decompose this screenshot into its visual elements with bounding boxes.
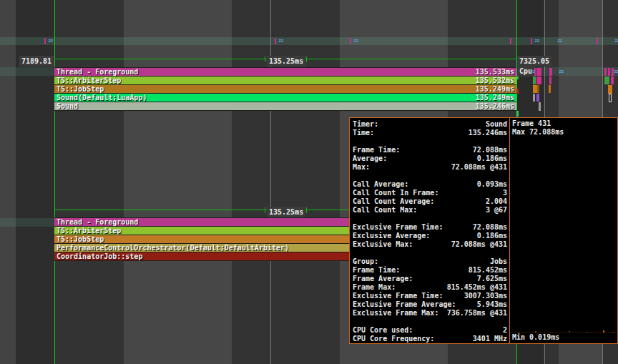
tooltip-detail-panel: Timer:SoundTime:135.246msFrame Time:72.0… xyxy=(350,118,509,343)
timeline-fragment[interactable] xyxy=(608,85,612,94)
tooltip-row: Exclusive Max:72.088ms @431 xyxy=(350,240,509,249)
sleep-tick-icon xyxy=(597,38,598,44)
sleep-zz-icon: zz xyxy=(557,39,561,44)
timeline-bar[interactable]: Sound(Default;LuaApp)135.249ms xyxy=(54,94,516,102)
sleep-zz-icon: zz xyxy=(353,39,358,44)
timeline-fragment[interactable] xyxy=(611,77,614,84)
tooltip-row: Call Average:0.093ms xyxy=(350,180,509,189)
tooltip-row-label: Timer: xyxy=(353,120,378,129)
tooltip-row-value: 72.088ms @431 xyxy=(451,240,507,249)
bar-label: CoordinatorJob::step xyxy=(57,252,142,260)
sleep-zz-icon: zz xyxy=(278,39,283,44)
frame-duration-label-top: 135.25ms xyxy=(267,56,305,67)
timeline-fragment[interactable] xyxy=(609,94,612,102)
sleep-tick-icon xyxy=(510,38,511,44)
bar-label: TS::ArbiterStep xyxy=(57,227,121,235)
tooltip-row-label: CPU Core used: xyxy=(353,326,413,335)
bar-label: PerformanceControlOrchestrator(Default;D… xyxy=(57,244,289,252)
tooltip-row: Exclusive Average:0.186ms xyxy=(350,232,509,240)
timeline-fragment[interactable] xyxy=(516,89,519,94)
timeline-fragment[interactable] xyxy=(536,77,541,84)
graph-baseline xyxy=(510,332,617,333)
tooltip-row-label: Frame Time: xyxy=(353,266,400,275)
timeline-fragment[interactable] xyxy=(533,77,536,84)
tooltip-row-label: Call Count Average: xyxy=(353,197,434,206)
bar-duration-value: 135.246ms xyxy=(476,102,514,110)
timeline-fragment[interactable] xyxy=(608,68,610,76)
timeline-fragment[interactable] xyxy=(537,85,539,93)
ruler-tick xyxy=(265,56,265,62)
tooltip-row-label: CPU Core Frequency: xyxy=(353,335,434,343)
graph-dot xyxy=(569,331,570,332)
timeline-bar[interactable]: Sound135.246ms xyxy=(54,102,516,110)
tooltip-row-value: 2.004 xyxy=(486,197,507,206)
frame-start-label: 7189.81 xyxy=(19,56,54,67)
sleep-zz-icon: zz xyxy=(559,69,563,74)
tooltip-row-value: 3401 MHz xyxy=(473,335,507,343)
bar-label: Sound(Default;LuaApp) xyxy=(57,94,147,102)
tooltip-row: Exclusive Frame Average:5.943ms xyxy=(350,300,509,309)
timeline-bar[interactable]: TS::ArbiterStep135.532ms xyxy=(54,77,516,84)
tooltip-row: Call Count Average:2.004 xyxy=(350,197,509,206)
timer-tooltip: Timer:SoundTime:135.246msFrame Time:72.0… xyxy=(349,117,618,344)
tooltip-row: Group:Jobs xyxy=(350,257,509,266)
bar-duration-value: 135.533ms xyxy=(476,68,514,76)
tooltip-row: Exclusive Frame Max:736.758ms @431 xyxy=(350,309,509,318)
tooltip-row-label: Average: xyxy=(353,154,387,163)
tooltip-row-label: Exclusive Frame Average: xyxy=(353,300,456,309)
sleep-zz-icon: zz xyxy=(614,69,618,74)
tooltip-row: CPU Core used:2 xyxy=(350,326,509,335)
tooltip-row: Frame Time:815.452ms xyxy=(350,266,509,275)
timeline-fragment[interactable] xyxy=(604,77,609,84)
bar-label: TS::JobStep xyxy=(57,85,104,93)
sleep-tick-icon xyxy=(44,38,46,44)
bg-stripe xyxy=(232,0,340,364)
ruler-tick xyxy=(265,207,265,213)
tooltip-row-value: Sound xyxy=(486,120,507,129)
bg-stripe xyxy=(54,0,124,364)
tooltip-row-value: Jobs xyxy=(490,257,507,266)
tooltip-row-label: Exclusive Max: xyxy=(353,240,413,249)
tooltip-row-value: 2 xyxy=(503,326,507,335)
bar-duration-value: 135.532ms xyxy=(476,77,514,84)
tooltip-row: Exclusive Frame Time:72.088ms xyxy=(350,223,509,232)
timeline-fragment[interactable] xyxy=(604,68,607,76)
frame-end-label: 7325.05 xyxy=(517,56,551,67)
bar-duration-value: 135.249ms xyxy=(476,94,514,102)
tooltip-row: Frame Average:7.625ms xyxy=(350,275,509,283)
tooltip-row-value: 815.452ms xyxy=(469,266,507,275)
tooltip-row-value: 815.452ms @431 xyxy=(447,283,507,292)
tooltip-row-label: Call Average: xyxy=(353,180,408,189)
sleep-zz-icon: zz xyxy=(534,39,539,44)
timeline-fragment[interactable] xyxy=(536,68,541,76)
timeline-fragment[interactable] xyxy=(539,102,541,111)
tooltip-row-value: 0.186ms xyxy=(477,232,507,240)
tooltip-row: Time:135.246ms xyxy=(350,129,509,137)
tooltip-row-value: 72.088ms xyxy=(473,223,507,232)
bar-label: Thread - Foreground xyxy=(57,218,138,226)
timeline-fragment[interactable] xyxy=(536,94,539,102)
tooltip-row-label: Max: xyxy=(353,163,370,172)
tooltip-row xyxy=(350,172,509,180)
tooltip-row: Exclusive Frame Time:3007.303ms xyxy=(350,292,509,300)
tooltip-row-label: Group: xyxy=(353,257,378,266)
tooltip-row xyxy=(350,215,509,223)
timeline-fragment[interactable] xyxy=(516,111,519,117)
timeline-fragment[interactable] xyxy=(549,68,552,76)
tooltip-row-label: Exclusive Average: xyxy=(353,232,430,240)
timeline-bar[interactable]: Thread - Foreground135.533ms xyxy=(54,68,516,76)
tooltip-row-label: Call Count Max: xyxy=(353,206,417,215)
tooltip-row: Average:0.186ms xyxy=(350,154,509,163)
grid-line xyxy=(270,0,271,364)
timeline-fragment[interactable] xyxy=(533,94,535,102)
ruler-tick xyxy=(306,207,307,213)
tooltip-row-value: 736.758ms @431 xyxy=(447,309,507,318)
graph-dot xyxy=(519,332,520,333)
timeline-fragment[interactable] xyxy=(549,85,551,93)
sleep-zz-icon: zz xyxy=(530,69,534,74)
graph-dot xyxy=(612,332,614,333)
tooltip-row: Frame Time:72.088ms xyxy=(350,146,509,154)
timeline-fragment[interactable] xyxy=(549,77,551,84)
tooltip-row-label: Frame Max: xyxy=(353,283,396,292)
timeline-bar[interactable]: TS::JobStep135.249ms xyxy=(54,85,516,93)
